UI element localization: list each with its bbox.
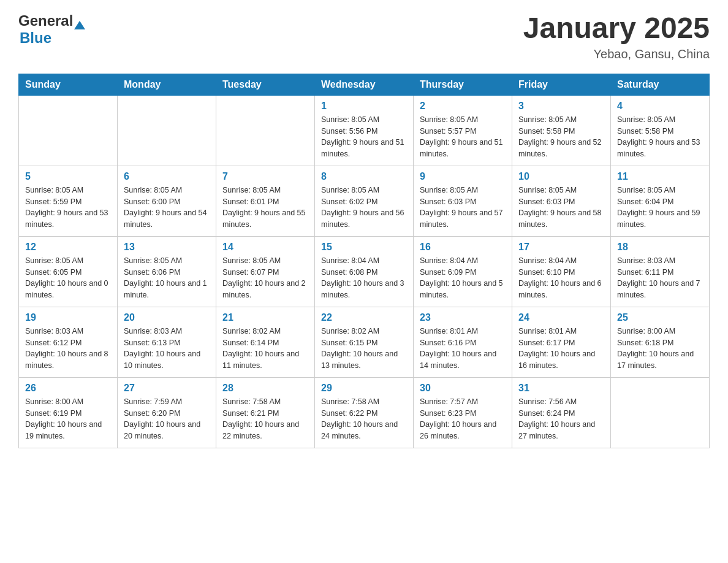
day-number: 11 xyxy=(617,171,703,182)
day-number: 28 xyxy=(222,383,308,394)
day-info: Sunrise: 8:05 AM Sunset: 6:00 PM Dayligh… xyxy=(124,185,210,231)
calendar-cell: 12Sunrise: 8:05 AM Sunset: 6:05 PM Dayli… xyxy=(19,236,118,307)
day-info: Sunrise: 7:56 AM Sunset: 6:24 PM Dayligh… xyxy=(518,396,604,442)
calendar-week-row: 5Sunrise: 8:05 AM Sunset: 5:59 PM Daylig… xyxy=(19,166,710,236)
day-info: Sunrise: 8:03 AM Sunset: 6:11 PM Dayligh… xyxy=(617,255,703,301)
day-number: 1 xyxy=(321,101,407,112)
column-header-saturday: Saturday xyxy=(611,74,710,95)
calendar-cell xyxy=(19,95,118,166)
day-info: Sunrise: 8:05 AM Sunset: 5:57 PM Dayligh… xyxy=(420,114,506,160)
day-number: 12 xyxy=(25,242,111,253)
title-block: January 2025 Yebao, Gansu, China xyxy=(523,12,710,61)
calendar-cell: 23Sunrise: 8:01 AM Sunset: 6:16 PM Dayli… xyxy=(414,307,512,377)
day-number: 22 xyxy=(321,312,407,323)
day-number: 4 xyxy=(617,101,703,112)
day-info: Sunrise: 8:05 AM Sunset: 6:07 PM Dayligh… xyxy=(222,255,308,301)
calendar-cell xyxy=(216,95,315,166)
day-number: 29 xyxy=(321,383,407,394)
column-header-wednesday: Wednesday xyxy=(315,74,414,95)
day-info: Sunrise: 8:00 AM Sunset: 6:19 PM Dayligh… xyxy=(25,396,111,442)
day-number: 6 xyxy=(124,171,210,182)
day-number: 30 xyxy=(420,383,506,394)
day-info: Sunrise: 8:01 AM Sunset: 6:17 PM Dayligh… xyxy=(518,326,604,372)
logo-general-text: General xyxy=(18,12,73,29)
calendar-cell: 8Sunrise: 8:05 AM Sunset: 6:02 PM Daylig… xyxy=(315,166,414,236)
day-number: 15 xyxy=(321,242,407,253)
day-info: Sunrise: 8:05 AM Sunset: 6:02 PM Dayligh… xyxy=(321,185,407,231)
day-info: Sunrise: 8:04 AM Sunset: 6:08 PM Dayligh… xyxy=(321,255,407,301)
day-number: 24 xyxy=(518,312,604,323)
calendar-cell: 26Sunrise: 8:00 AM Sunset: 6:19 PM Dayli… xyxy=(19,377,118,448)
logo-triangle-icon xyxy=(74,21,85,29)
calendar-cell: 10Sunrise: 8:05 AM Sunset: 6:03 PM Dayli… xyxy=(512,166,611,236)
day-info: Sunrise: 8:05 AM Sunset: 6:03 PM Dayligh… xyxy=(420,185,506,231)
calendar-cell: 31Sunrise: 7:56 AM Sunset: 6:24 PM Dayli… xyxy=(512,377,611,448)
calendar-cell xyxy=(118,95,216,166)
day-number: 8 xyxy=(321,171,407,182)
calendar-cell: 21Sunrise: 8:02 AM Sunset: 6:14 PM Dayli… xyxy=(216,307,315,377)
day-number: 5 xyxy=(25,171,111,182)
calendar-cell: 3Sunrise: 8:05 AM Sunset: 5:58 PM Daylig… xyxy=(512,95,611,166)
calendar-header-row: SundayMondayTuesdayWednesdayThursdayFrid… xyxy=(19,74,710,95)
page-header: General Blue January 2025 Yebao, Gansu, … xyxy=(18,12,710,61)
day-number: 31 xyxy=(518,383,604,394)
calendar-cell: 27Sunrise: 7:59 AM Sunset: 6:20 PM Dayli… xyxy=(118,377,216,448)
logo-blue-text: Blue xyxy=(20,29,51,47)
day-number: 13 xyxy=(124,242,210,253)
column-header-tuesday: Tuesday xyxy=(216,74,315,95)
calendar-cell: 25Sunrise: 8:00 AM Sunset: 6:18 PM Dayli… xyxy=(611,307,710,377)
day-info: Sunrise: 8:05 AM Sunset: 6:06 PM Dayligh… xyxy=(124,255,210,301)
day-info: Sunrise: 8:00 AM Sunset: 6:18 PM Dayligh… xyxy=(617,326,703,372)
calendar-cell: 7Sunrise: 8:05 AM Sunset: 6:01 PM Daylig… xyxy=(216,166,315,236)
calendar-cell: 11Sunrise: 8:05 AM Sunset: 6:04 PM Dayli… xyxy=(611,166,710,236)
calendar-cell: 4Sunrise: 8:05 AM Sunset: 5:58 PM Daylig… xyxy=(611,95,710,166)
day-number: 7 xyxy=(222,171,308,182)
day-info: Sunrise: 8:04 AM Sunset: 6:09 PM Dayligh… xyxy=(420,255,506,301)
calendar-cell: 28Sunrise: 7:58 AM Sunset: 6:21 PM Dayli… xyxy=(216,377,315,448)
day-info: Sunrise: 8:05 AM Sunset: 5:56 PM Dayligh… xyxy=(321,114,407,160)
calendar-subtitle: Yebao, Gansu, China xyxy=(523,47,710,61)
calendar-cell: 6Sunrise: 8:05 AM Sunset: 6:00 PM Daylig… xyxy=(118,166,216,236)
day-number: 2 xyxy=(420,101,506,112)
day-info: Sunrise: 8:04 AM Sunset: 6:10 PM Dayligh… xyxy=(518,255,604,301)
column-header-monday: Monday xyxy=(118,74,216,95)
calendar-cell xyxy=(611,377,710,448)
day-number: 25 xyxy=(617,312,703,323)
calendar-title: January 2025 xyxy=(523,12,710,45)
calendar-week-row: 19Sunrise: 8:03 AM Sunset: 6:12 PM Dayli… xyxy=(19,307,710,377)
calendar-cell: 30Sunrise: 7:57 AM Sunset: 6:23 PM Dayli… xyxy=(414,377,512,448)
day-info: Sunrise: 8:05 AM Sunset: 6:05 PM Dayligh… xyxy=(25,255,111,301)
calendar-cell: 1Sunrise: 8:05 AM Sunset: 5:56 PM Daylig… xyxy=(315,95,414,166)
day-info: Sunrise: 8:03 AM Sunset: 6:13 PM Dayligh… xyxy=(124,326,210,372)
column-header-sunday: Sunday xyxy=(19,74,118,95)
svg-marker-0 xyxy=(74,21,85,29)
calendar-week-row: 12Sunrise: 8:05 AM Sunset: 6:05 PM Dayli… xyxy=(19,236,710,307)
logo: General Blue xyxy=(18,12,85,47)
calendar-cell: 29Sunrise: 7:58 AM Sunset: 6:22 PM Dayli… xyxy=(315,377,414,448)
day-number: 9 xyxy=(420,171,506,182)
calendar-cell: 24Sunrise: 8:01 AM Sunset: 6:17 PM Dayli… xyxy=(512,307,611,377)
logo-icon: General Blue xyxy=(18,12,85,47)
day-number: 16 xyxy=(420,242,506,253)
day-info: Sunrise: 8:05 AM Sunset: 6:04 PM Dayligh… xyxy=(617,185,703,231)
day-info: Sunrise: 8:03 AM Sunset: 6:12 PM Dayligh… xyxy=(25,326,111,372)
day-info: Sunrise: 7:58 AM Sunset: 6:22 PM Dayligh… xyxy=(321,396,407,442)
calendar-week-row: 1Sunrise: 8:05 AM Sunset: 5:56 PM Daylig… xyxy=(19,95,710,166)
day-info: Sunrise: 8:05 AM Sunset: 5:58 PM Dayligh… xyxy=(617,114,703,160)
column-header-friday: Friday xyxy=(512,74,611,95)
day-info: Sunrise: 7:57 AM Sunset: 6:23 PM Dayligh… xyxy=(420,396,506,442)
calendar-week-row: 26Sunrise: 8:00 AM Sunset: 6:19 PM Dayli… xyxy=(19,377,710,448)
column-header-thursday: Thursday xyxy=(414,74,512,95)
day-info: Sunrise: 8:05 AM Sunset: 6:03 PM Dayligh… xyxy=(518,185,604,231)
day-number: 3 xyxy=(518,101,604,112)
day-number: 21 xyxy=(222,312,308,323)
calendar-cell: 2Sunrise: 8:05 AM Sunset: 5:57 PM Daylig… xyxy=(414,95,512,166)
calendar-cell: 22Sunrise: 8:02 AM Sunset: 6:15 PM Dayli… xyxy=(315,307,414,377)
day-number: 27 xyxy=(124,383,210,394)
calendar-table: SundayMondayTuesdayWednesdayThursdayFrid… xyxy=(18,74,710,448)
day-number: 14 xyxy=(222,242,308,253)
day-number: 20 xyxy=(124,312,210,323)
day-info: Sunrise: 8:01 AM Sunset: 6:16 PM Dayligh… xyxy=(420,326,506,372)
calendar-cell: 5Sunrise: 8:05 AM Sunset: 5:59 PM Daylig… xyxy=(19,166,118,236)
calendar-cell: 9Sunrise: 8:05 AM Sunset: 6:03 PM Daylig… xyxy=(414,166,512,236)
